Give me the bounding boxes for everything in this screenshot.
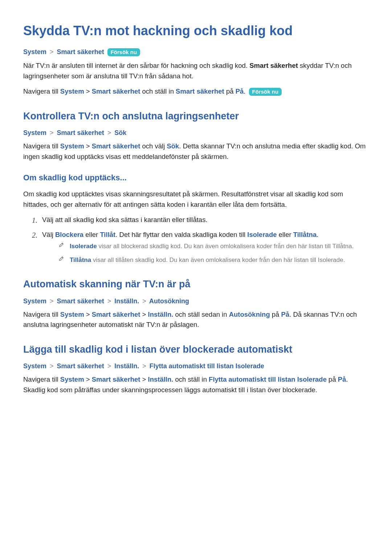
text: på	[224, 87, 236, 95]
intro-paragraph-1: När TV:n är ansluten till internet är de…	[23, 61, 369, 81]
text: Välj	[42, 231, 55, 238]
link-tillatna: Tillåtna	[293, 231, 317, 238]
text: och välj	[140, 142, 167, 150]
path-part-autosokning: Autosökning	[149, 297, 189, 305]
link-smart-sakerhet-2: Smart säkerhet	[176, 87, 224, 95]
link-on: På	[338, 376, 346, 383]
path-separator: >	[48, 129, 55, 136]
path-separator: >	[48, 362, 55, 370]
path-auto: System > Smart säkerhet > Inställn. > Au…	[23, 297, 369, 305]
document-page: Skydda TV:n mot hackning och skadlig kod…	[0, 0, 392, 554]
link-flytta-isolerade: Flytta automatiskt till listan Isolerade	[209, 376, 327, 383]
link-sok: Sök	[167, 142, 179, 150]
note-1-title: Isolerade	[70, 243, 97, 250]
path-part-system: System	[23, 48, 46, 56]
link-tillat: Tillåt	[100, 231, 115, 238]
path-intro: System > Smart säkerhet Försök nu	[23, 48, 369, 56]
text: När TV:n är ansluten till internet är de…	[23, 62, 249, 69]
text: Navigera till	[23, 376, 60, 383]
text: >	[140, 311, 148, 318]
subsection-detected-title: Om skadlig kod upptäcks...	[23, 173, 369, 183]
path-part-smart-sakerhet: Smart säkerhet	[57, 48, 104, 56]
pencil-icon	[59, 256, 64, 261]
text: och ställ sedan in	[173, 311, 229, 318]
text: Navigera till	[23, 311, 60, 318]
note-2-title: Tillåtna	[70, 257, 91, 263]
link-system: System	[60, 87, 84, 95]
path-part-system: System	[23, 297, 46, 305]
link-installn: Inställn.	[148, 376, 173, 383]
link-blockera: Blockera	[55, 231, 83, 238]
note-1-text: visar all blockerad skadlig kod. Du kan …	[97, 243, 354, 250]
path-block: System > Smart säkerhet > Inställn. > Fl…	[23, 362, 369, 370]
path-separator: >	[141, 362, 148, 370]
step-1-text: Välj att all skadlig kod ska sättas i ka…	[42, 216, 208, 223]
path-separator: >	[106, 297, 113, 305]
path-part-smart-sakerhet: Smart säkerhet	[57, 129, 104, 136]
pencil-icon	[59, 242, 64, 247]
path-separator: >	[106, 129, 113, 136]
note-list: Isolerade visar all blockerad skadlig ko…	[42, 242, 369, 265]
text: och ställ in	[140, 87, 176, 95]
link-installn: Inställn.	[148, 311, 173, 318]
text: på	[270, 311, 281, 318]
path-part-system: System	[23, 129, 46, 136]
path-part-sok: Sök	[114, 129, 126, 136]
link-smart-sakerhet: Smart säkerhet	[92, 376, 140, 383]
link-autosokning: Autosökning	[229, 311, 270, 318]
path-check: System > Smart säkerhet > Sök	[23, 129, 369, 137]
path-part-installn: Inställn.	[114, 297, 139, 305]
auto-paragraph: Navigera till System > Smart säkerhet > …	[23, 309, 369, 330]
link-smart-sakerhet: Smart säkerhet	[92, 87, 140, 95]
page-title: Skydda TV:n mot hackning och skadlig kod	[23, 22, 369, 39]
section-check-title: Kontrollera TV:n och anslutna lagringsen…	[23, 110, 369, 123]
steps-list: Välj att all skadlig kod ska sättas i ka…	[23, 215, 369, 265]
text: . Det här flyttar den valda skadliga kod…	[115, 231, 247, 238]
link-system: System	[60, 376, 84, 383]
link-system: System	[60, 142, 84, 150]
path-separator: >	[48, 48, 55, 56]
note-2-text: visar all tillåten skadlig kod. Du kan ä…	[91, 257, 345, 263]
text: >	[84, 87, 92, 95]
list-item: Välj Blockera eller Tillåt. Det här flyt…	[32, 230, 369, 265]
text: .	[317, 231, 318, 238]
section-block-title: Lägga till skadlig kod i listan över blo…	[23, 343, 369, 356]
list-item: Välj att all skadlig kod ska sättas i ka…	[32, 215, 369, 225]
text: >	[84, 376, 92, 383]
link-on: På	[281, 311, 290, 318]
detected-paragraph: Om skadlig kod upptäcktes visas skanning…	[23, 189, 369, 210]
try-now-badge[interactable]: Försök nu	[249, 88, 282, 96]
path-part-smart-sakerhet: Smart säkerhet	[57, 362, 104, 370]
section-auto-title: Automatisk skanning när TV:n är på	[23, 278, 369, 291]
text: >	[140, 376, 148, 383]
path-part-smart-sakerhet: Smart säkerhet	[57, 297, 104, 305]
path-part-installn: Inställn.	[114, 362, 139, 370]
text: >	[84, 142, 92, 150]
list-item: Isolerade visar all blockerad skadlig ko…	[59, 242, 369, 251]
intro-paragraph-2: Navigera till System > Smart säkerhet oc…	[23, 86, 369, 97]
text: eller	[83, 231, 100, 238]
list-item: Tillåtna visar all tillåten skadlig kod.…	[59, 255, 369, 265]
text: eller	[277, 231, 293, 238]
bold-smart-sakerhet: Smart säkerhet	[249, 62, 298, 69]
text: .	[244, 87, 245, 95]
path-part-system: System	[23, 362, 46, 370]
path-separator: >	[141, 297, 148, 305]
link-isolerade: Isolerade	[247, 231, 277, 238]
link-smart-sakerhet: Smart säkerhet	[92, 142, 140, 150]
path-separator: >	[48, 297, 55, 305]
text: Navigera till	[23, 142, 60, 150]
text: >	[84, 311, 92, 318]
check-paragraph-1: Navigera till System > Smart säkerhet oc…	[23, 141, 369, 162]
try-now-badge[interactable]: Försök nu	[107, 48, 140, 56]
link-on: På	[236, 87, 244, 95]
block-paragraph: Navigera till System > Smart säkerhet > …	[23, 374, 369, 395]
text: på	[327, 376, 338, 383]
link-smart-sakerhet: Smart säkerhet	[92, 311, 140, 318]
link-system: System	[60, 311, 84, 318]
path-separator: >	[106, 362, 113, 370]
text: Navigera till	[23, 87, 60, 95]
path-part-flytta-isolerade: Flytta automatiskt till listan Isolerade	[150, 362, 264, 370]
text: och ställ in	[173, 376, 209, 383]
